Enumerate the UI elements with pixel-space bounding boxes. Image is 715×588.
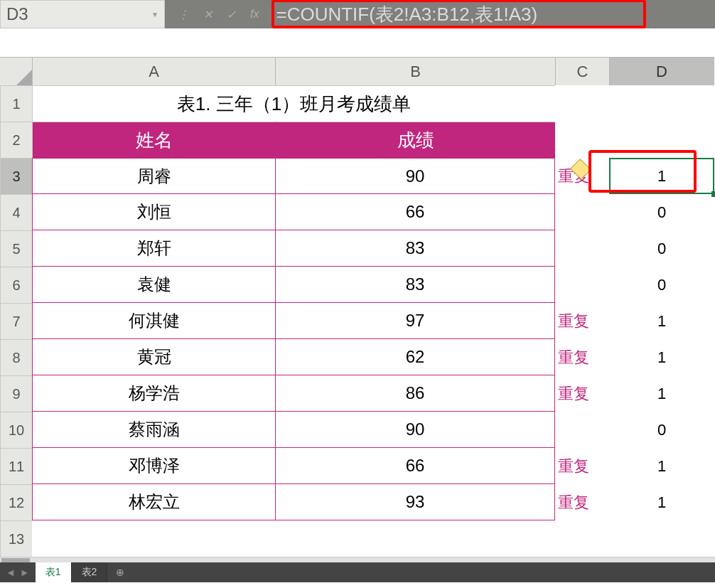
name-box[interactable]: D3 ▼ [0, 0, 165, 28]
cell-d1[interactable] [609, 85, 714, 122]
cell-score[interactable]: 97 [275, 303, 555, 339]
cell-dup[interactable] [555, 230, 609, 267]
gap [0, 28, 715, 57]
row-header[interactable]: 6 [0, 267, 32, 303]
cell-c2[interactable] [555, 122, 609, 158]
formula-bar-input[interactable]: =COUNTIF(表2!A3:B12,表1!A3) [272, 0, 715, 28]
horizontal-scrollbar[interactable] [0, 557, 715, 562]
cell-dup[interactable]: 重复 [555, 339, 609, 375]
cell-name[interactable]: 蔡雨涵 [32, 412, 275, 448]
cell-name[interactable]: 周睿 [32, 158, 275, 194]
table-row: 3周睿90重复1 [0, 158, 715, 194]
col-header-d[interactable]: D [609, 57, 714, 85]
cell-name[interactable]: 刘恒 [32, 194, 275, 230]
sheet-tab-2[interactable]: 表2 [72, 562, 108, 582]
sheet-tabs-bar: ◄ ► 表1 表2 ⊕ [0, 562, 715, 582]
cancel-icon[interactable]: ✕ [203, 8, 213, 21]
table-row: 8黄冠62重复1 [0, 339, 715, 375]
table-row: 5郑轩830 [0, 230, 715, 267]
name-box-dropdown-icon[interactable]: ▼ [151, 11, 158, 18]
row-header[interactable]: 11 [0, 448, 32, 484]
cell-score[interactable]: 90 [275, 158, 555, 194]
select-all-triangle[interactable] [0, 57, 32, 85]
cell-c1[interactable] [555, 85, 609, 122]
row-header-2[interactable]: 2 [0, 122, 32, 158]
cell-name[interactable]: 杨学浩 [32, 375, 275, 412]
cell-name[interactable]: 邓博泽 [32, 448, 275, 484]
formula-bar-row: D3 ▼ ⋮ ✕ ✓ fx =COUNTIF(表2!A3:B12,表1!A3) [0, 0, 715, 28]
row-header[interactable]: 10 [0, 412, 32, 448]
row-header[interactable]: 5 [0, 230, 32, 267]
fx-icon[interactable]: fx [250, 8, 259, 21]
row-header-1[interactable]: 1 [0, 85, 32, 122]
row-header[interactable]: 7 [0, 303, 32, 339]
cell-count[interactable]: 1 [609, 339, 714, 375]
row-1: 1 表1. 三年（1）班月考成绩单 [0, 85, 715, 122]
header-score[interactable]: 成绩 [275, 122, 555, 158]
cell-score[interactable]: 62 [275, 339, 555, 375]
cell-count[interactable]: 1 [609, 158, 714, 194]
row-header[interactable]: 8 [0, 339, 32, 375]
cell-count[interactable]: 0 [609, 194, 714, 230]
cell-count[interactable]: 0 [609, 230, 714, 267]
cell-score[interactable]: 86 [275, 375, 555, 412]
col-header-a[interactable]: A [32, 57, 275, 85]
cell-a13[interactable] [32, 520, 275, 557]
table-row: 9杨学浩86重复1 [0, 375, 715, 412]
cell-count[interactable]: 0 [609, 267, 714, 303]
cell-name[interactable]: 林宏立 [32, 484, 275, 520]
tab-prev-icon[interactable]: ◄ [6, 567, 16, 578]
cell-c13[interactable] [555, 520, 609, 557]
cell-b13[interactable] [275, 520, 555, 557]
cell-score[interactable]: 66 [275, 194, 555, 230]
cell-dup[interactable]: 重复 [555, 375, 609, 412]
row-header[interactable]: 9 [0, 375, 32, 412]
table-row: 10蔡雨涵900 [0, 412, 715, 448]
table-row: 4刘恒660 [0, 194, 715, 230]
cell-dup[interactable]: 重复 [555, 484, 609, 520]
add-sheet-button[interactable]: ⊕ [107, 562, 133, 582]
table-row: 7何淇健97重复1 [0, 303, 715, 339]
cell-dup[interactable] [555, 412, 609, 448]
row-header-13[interactable]: 13 [0, 520, 32, 557]
cell-score[interactable]: 93 [275, 484, 555, 520]
cell-count[interactable]: 1 [609, 448, 714, 484]
header-name[interactable]: 姓名 [32, 122, 275, 158]
separator-icon: ⋮ [178, 8, 189, 21]
cell-dup[interactable] [555, 267, 609, 303]
table-row: 6袁健830 [0, 267, 715, 303]
tab-next-icon[interactable]: ► [20, 567, 30, 578]
cell-count[interactable]: 1 [609, 375, 714, 412]
accept-icon[interactable]: ✓ [227, 8, 236, 21]
formula-text: =COUNTIF(表2!A3:B12,表1!A3) [276, 2, 537, 27]
fill-handle[interactable] [711, 191, 715, 197]
cell-dup[interactable]: 重复 [555, 448, 609, 484]
cell-count[interactable]: 1 [609, 303, 714, 339]
col-header-b[interactable]: B [275, 57, 555, 85]
cell-count[interactable]: 0 [609, 412, 714, 448]
formula-bar-buttons: ⋮ ✕ ✓ fx [165, 0, 272, 28]
cell-d13[interactable] [609, 520, 714, 557]
cell-score[interactable]: 90 [275, 412, 555, 448]
column-headers: A B C D [0, 57, 715, 85]
cell-count[interactable]: 1 [609, 484, 714, 520]
table-title[interactable]: 表1. 三年（1）班月考成绩单 [32, 85, 555, 122]
row-2: 2 姓名 成绩 [0, 122, 715, 158]
cell-name[interactable]: 何淇健 [32, 303, 275, 339]
cell-score[interactable]: 66 [275, 448, 555, 484]
cell-dup[interactable]: 重复 [555, 303, 609, 339]
row-header[interactable]: 4 [0, 194, 32, 230]
cell-name[interactable]: 袁健 [32, 267, 275, 303]
tab-nav: ◄ ► [0, 562, 36, 582]
row-header[interactable]: 3 [0, 158, 32, 194]
table-row: 11邓博泽66重复1 [0, 448, 715, 484]
cell-score[interactable]: 83 [275, 230, 555, 267]
sheet-tab-1[interactable]: 表1 [36, 562, 72, 582]
cell-name[interactable]: 黄冠 [32, 339, 275, 375]
cell-dup[interactable] [555, 194, 609, 230]
col-header-c[interactable]: C [555, 57, 609, 85]
row-header[interactable]: 12 [0, 484, 32, 520]
cell-name[interactable]: 郑轩 [32, 230, 275, 267]
cell-score[interactable]: 83 [275, 267, 555, 303]
cell-d2[interactable] [609, 122, 714, 158]
